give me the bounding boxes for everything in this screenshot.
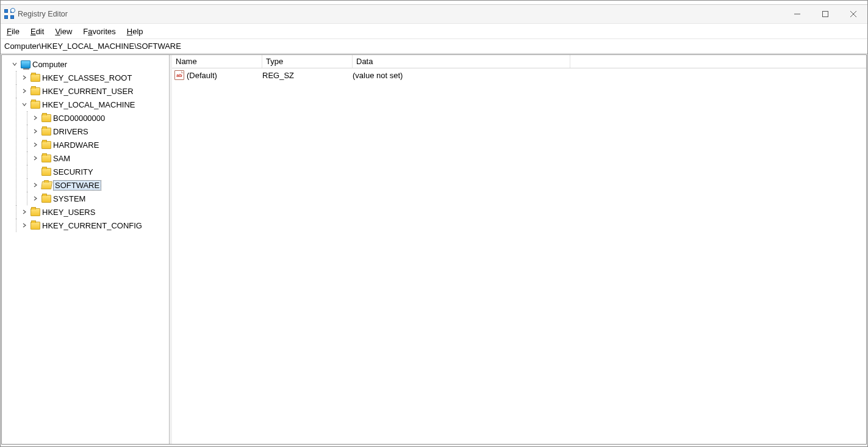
- value-name-text: (Default): [187, 71, 217, 80]
- chevron-down-icon[interactable]: [20, 100, 29, 109]
- tree-node-system[interactable]: SYSTEM: [2, 192, 169, 205]
- chevron-right-icon[interactable]: [31, 114, 40, 122]
- value-data-text: (value not set): [353, 71, 570, 80]
- tree-label: HKEY_LOCAL_MACHINE: [42, 100, 135, 109]
- close-button[interactable]: [839, 5, 867, 23]
- values-pane: Name Type Data ab (Default) REG_SZ (valu…: [172, 55, 866, 444]
- tree-node-computer[interactable]: Computer: [2, 57, 169, 71]
- chevron-right-icon[interactable]: [31, 140, 40, 149]
- tree-label: SOFTWARE: [53, 180, 101, 191]
- svg-rect-1: [823, 12, 828, 17]
- tree-label: Computer: [32, 60, 67, 69]
- tree-label: SECURITY: [53, 167, 93, 176]
- chevron-down-icon[interactable]: [10, 60, 19, 68]
- folder-icon: [41, 195, 51, 203]
- chevron-right-icon[interactable]: [31, 154, 40, 162]
- chevron-right-icon[interactable]: [20, 208, 29, 216]
- tree-node-hkcc[interactable]: HKEY_CURRENT_CONFIG: [2, 219, 169, 232]
- folder-icon: [30, 87, 40, 95]
- tree-label: HKEY_CURRENT_CONFIG: [42, 221, 142, 230]
- title-bar: Registry Editor: [1, 5, 867, 24]
- tree-label: SYSTEM: [53, 194, 85, 203]
- menu-edit[interactable]: Edit: [30, 27, 44, 36]
- tree-label: DRIVERS: [53, 127, 88, 136]
- tree-node-hkcu[interactable]: HKEY_CURRENT_USER: [2, 84, 169, 98]
- folder-icon: [30, 101, 40, 109]
- main-content: Computer HKEY_CLASSES_ROOT: [1, 54, 867, 445]
- folder-icon: [41, 141, 51, 149]
- tree-node-hklm[interactable]: HKEY_LOCAL_MACHINE: [2, 98, 169, 111]
- chevron-right-icon[interactable]: [20, 87, 29, 95]
- address-bar[interactable]: Computer\HKEY_LOCAL_MACHINE\SOFTWARE: [1, 39, 867, 54]
- folder-icon: [30, 74, 40, 82]
- folder-icon: [30, 222, 40, 230]
- tree-node-software[interactable]: SOFTWARE: [2, 178, 169, 192]
- tree-node-sam[interactable]: SAM: [2, 151, 169, 165]
- chevron-right-icon[interactable]: [31, 194, 40, 203]
- tree-node-hkcr[interactable]: HKEY_CLASSES_ROOT: [2, 71, 169, 84]
- chevron-right-icon[interactable]: [20, 221, 29, 230]
- window-title: Registry Editor: [18, 10, 68, 18]
- col-header-name[interactable]: Name: [172, 55, 262, 68]
- folder-icon: [41, 114, 51, 122]
- tree-node-security[interactable]: SECURITY: [2, 165, 169, 178]
- chevron-right-icon[interactable]: [31, 127, 40, 136]
- tree-label: HKEY_CLASSES_ROOT: [42, 73, 132, 82]
- minimize-button[interactable]: [783, 5, 811, 23]
- chevron-right-icon[interactable]: [20, 73, 29, 82]
- col-header-type[interactable]: Type: [262, 55, 353, 68]
- computer-icon: [21, 60, 30, 68]
- col-header-data[interactable]: Data: [353, 55, 570, 68]
- value-row[interactable]: ab (Default) REG_SZ (value not set): [172, 68, 866, 82]
- menu-file[interactable]: File: [7, 27, 20, 36]
- tree-label: HARDWARE: [53, 140, 99, 150]
- tree-node-hku[interactable]: HKEY_USERS: [2, 205, 169, 219]
- tree-label: SAM: [53, 154, 70, 163]
- menu-favorites[interactable]: Favorites: [83, 27, 115, 36]
- values-header: Name Type Data: [172, 55, 866, 68]
- tree-pane: Computer HKEY_CLASSES_ROOT: [2, 55, 170, 444]
- menu-bar: File Edit View Favorites Help: [1, 24, 867, 39]
- tree-node-drivers[interactable]: DRIVERS: [2, 125, 169, 138]
- chevron-right-icon[interactable]: [31, 181, 40, 189]
- string-value-icon: ab: [174, 70, 184, 80]
- folder-open-icon: [41, 181, 52, 189]
- values-body: ab (Default) REG_SZ (value not set): [172, 68, 866, 444]
- address-path: Computer\HKEY_LOCAL_MACHINE\SOFTWARE: [4, 42, 181, 51]
- folder-icon: [41, 128, 51, 136]
- menu-help[interactable]: Help: [127, 27, 143, 36]
- regedit-app-icon: [4, 9, 14, 19]
- value-type-text: REG_SZ: [262, 71, 353, 80]
- artifact-top-cut: [1, 1, 867, 5]
- tree-label: BCD00000000: [53, 114, 105, 123]
- tree-label: HKEY_USERS: [42, 208, 95, 217]
- tree-node-hardware[interactable]: HARDWARE: [2, 138, 169, 151]
- menu-view[interactable]: View: [55, 27, 72, 36]
- maximize-button[interactable]: [811, 5, 839, 23]
- tree-node-bcd[interactable]: BCD00000000: [2, 111, 169, 125]
- folder-icon: [41, 168, 51, 176]
- tree-label: HKEY_CURRENT_USER: [42, 87, 134, 96]
- folder-icon: [41, 154, 51, 162]
- folder-icon: [30, 208, 40, 216]
